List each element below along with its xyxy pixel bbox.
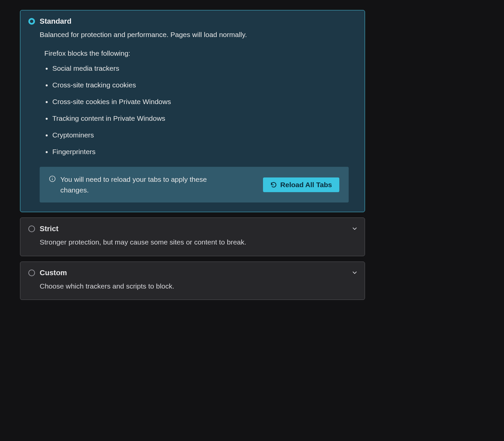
radio-strict[interactable] xyxy=(28,226,35,232)
blocks-list: Social media trackers Cross-site trackin… xyxy=(20,60,365,165)
radio-standard[interactable] xyxy=(28,18,35,25)
blocks-item: Cross-site cookies in Private Windows xyxy=(44,93,357,110)
blocks-item: Cross-site tracking cookies xyxy=(44,77,357,93)
blocks-item: Social media trackers xyxy=(44,60,357,77)
protection-option-strict[interactable]: Strict Stronger protection, but may caus… xyxy=(20,217,365,256)
reload-banner: You will need to reload your tabs to app… xyxy=(40,167,349,202)
protection-option-custom[interactable]: Custom Choose which trackers and scripts… xyxy=(20,262,365,300)
option-description-standard: Balanced for protection and performance.… xyxy=(20,26,365,48)
option-title-custom: Custom xyxy=(40,269,67,277)
reload-notice-text: You will need to reload your tabs to app… xyxy=(60,174,234,195)
option-header: Custom xyxy=(20,262,365,278)
option-title-strict: Strict xyxy=(40,225,58,233)
blocks-item: Cryptominers xyxy=(44,127,357,143)
chevron-down-icon[interactable] xyxy=(352,270,357,275)
blocks-item: Fingerprinters xyxy=(44,143,357,160)
reload-icon xyxy=(270,181,277,188)
option-header: Standard xyxy=(20,10,365,26)
protection-option-standard[interactable]: Standard Balanced for protection and per… xyxy=(20,10,365,212)
info-icon xyxy=(49,175,56,182)
svg-point-2 xyxy=(52,177,53,178)
option-header: Strict xyxy=(20,218,365,234)
reload-banner-left: You will need to reload your tabs to app… xyxy=(49,174,263,195)
reload-button-label: Reload All Tabs xyxy=(280,181,332,189)
blocks-item: Tracking content in Private Windows xyxy=(44,110,357,127)
chevron-down-icon[interactable] xyxy=(352,226,357,231)
reload-all-tabs-button[interactable]: Reload All Tabs xyxy=(263,177,339,192)
option-description-strict: Stronger protection, but may cause some … xyxy=(20,234,365,256)
blocks-intro: Firefox blocks the following: xyxy=(20,48,365,60)
option-description-custom: Choose which trackers and scripts to blo… xyxy=(20,278,365,300)
option-title-standard: Standard xyxy=(40,17,71,26)
radio-custom[interactable] xyxy=(28,270,35,276)
